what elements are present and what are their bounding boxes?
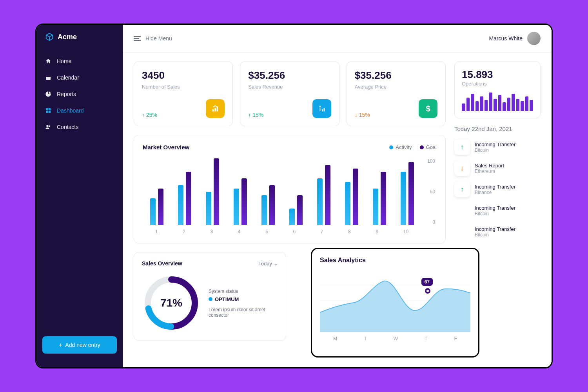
pie-icon <box>45 91 51 97</box>
arrow-up-icon <box>454 224 470 240</box>
dot-icon <box>420 145 424 149</box>
operations-card: 15.893 Operations <box>454 61 541 118</box>
chart-bars-icon <box>206 99 225 118</box>
dot-icon <box>389 145 393 149</box>
activity-list: ↑Incoming TransferBitcoin↓Sales ReportEt… <box>454 139 541 240</box>
trend-value: 25% <box>146 112 157 118</box>
card-value: $35.256 <box>248 69 331 82</box>
brand-name: Acme <box>58 33 77 41</box>
activity-item[interactable]: ↑Incoming TransferBinance <box>454 181 541 197</box>
presentation-icon <box>312 99 331 118</box>
nav-contacts[interactable]: Contacts <box>36 119 123 135</box>
trend-down: ↓15% <box>355 112 370 118</box>
sales-ov-title: Sales Overview <box>142 260 182 267</box>
plus-icon: + <box>59 342 62 348</box>
arrow-up-icon: ↑ <box>454 181 470 197</box>
user-menu[interactable]: Marcus White <box>489 32 541 45</box>
nav-home[interactable]: Home <box>36 53 123 69</box>
market-chart: 12345678910 <box>143 158 421 234</box>
svg-rect-2 <box>46 108 48 110</box>
area-chart: 67 MTWTF <box>320 269 470 344</box>
nav-reports[interactable]: Reports <box>36 86 123 102</box>
arrow-up-icon: ↑ <box>142 112 145 118</box>
nav-contacts-label: Contacts <box>57 124 78 130</box>
arrow-up-icon <box>454 203 470 218</box>
card-revenue: $35.256 Sales Revenue ↑15% <box>240 61 339 126</box>
nav-home-label: Home <box>57 58 71 64</box>
calendar-icon <box>45 74 51 81</box>
activity-item[interactable]: Incoming TransferBitcoin <box>454 203 541 218</box>
operations-label: Operations <box>462 81 533 87</box>
activity-item[interactable]: Incoming TransferBitcoin <box>454 224 541 240</box>
dollar-icon: $ <box>419 99 437 118</box>
activity-subtitle: Bitcoin <box>475 232 515 238</box>
svg-rect-4 <box>46 111 48 113</box>
user-name: Marcus White <box>489 35 523 42</box>
add-entry-button[interactable]: + Add new entry <box>42 336 117 354</box>
arrow-up-icon: ↑ <box>454 139 470 155</box>
trend-up: ↑25% <box>142 112 157 118</box>
donut-chart: 71% <box>142 274 201 332</box>
stat-cards: 3450 Number of Sales ↑25% $35.256 Sales … <box>134 61 446 126</box>
sales-analytics-popup: Sales Analytics 67 MTWTF <box>311 248 479 358</box>
activity-title: Incoming Transfer <box>475 142 515 147</box>
svg-rect-16 <box>322 109 323 112</box>
chart-tooltip: 67 <box>421 278 433 286</box>
svg-rect-3 <box>49 108 51 110</box>
card-label: Number of Sales <box>142 84 225 90</box>
card-avg-price: $35.256 Average Price ↓15% $ <box>347 61 446 126</box>
legend-goal: Goal <box>420 144 437 150</box>
topbar: Hide Menu Marcus White <box>123 25 552 53</box>
dot-icon <box>209 297 212 301</box>
status-text: OPTIMUM <box>215 296 239 302</box>
svg-rect-17 <box>323 108 325 111</box>
brand-logo: Acme <box>36 33 123 53</box>
hide-menu-label: Hide Menu <box>145 35 172 42</box>
activity-title: Incoming Transfer <box>475 226 515 232</box>
legend-label: Goal <box>426 144 437 150</box>
legend-activity: Activity <box>389 144 412 150</box>
nav-reports-label: Reports <box>57 91 76 97</box>
trend-value: 15% <box>359 112 370 118</box>
date-label: Today 22nd Jan, 2021 <box>454 125 541 132</box>
nav-calendar[interactable]: Calendar <box>36 69 123 86</box>
activity-item[interactable]: ↑Incoming TransferBitcoin <box>454 139 541 155</box>
card-label: Sales Revenue <box>248 84 331 90</box>
activity-subtitle: Bitcoin <box>475 147 515 153</box>
hide-menu-button[interactable]: Hide Menu <box>134 35 172 42</box>
trend-value: 15% <box>252 112 263 118</box>
dropdown-label: Today <box>258 261 272 267</box>
market-overview: Market Overview Activity Goal 1234567891… <box>134 135 446 243</box>
donut-percent: 71% <box>160 297 182 309</box>
users-icon <box>45 124 51 130</box>
svg-point-14 <box>319 106 321 107</box>
system-status-label: System status <box>209 289 278 294</box>
period-dropdown[interactable]: Today⌄ <box>258 261 278 267</box>
cube-icon <box>45 33 54 41</box>
activity-subtitle: Ethereum <box>475 169 504 174</box>
sales-info: System status OPTIMUM Lorem ipsum dolor … <box>209 289 278 318</box>
arrow-up-icon: ↑ <box>248 112 251 118</box>
legend-label: Activity <box>396 144 412 150</box>
status-badge: OPTIMUM <box>209 296 278 302</box>
market-title: Market Overview <box>143 144 189 151</box>
svg-point-7 <box>49 125 50 127</box>
arrow-down-icon: ↓ <box>355 112 358 118</box>
status-desc: Lorem ipsum dolor sit amet consectur <box>209 307 278 318</box>
avatar <box>527 32 541 45</box>
chart-legend: Activity Goal <box>389 144 437 150</box>
y-axis: 100500 <box>425 158 437 225</box>
nav-calendar-label: Calendar <box>57 74 79 81</box>
trend-up: ↑15% <box>248 112 263 118</box>
nav-dashboard[interactable]: Dashboard <box>36 102 123 119</box>
activity-subtitle: Bitcoin <box>475 211 515 216</box>
activity-item[interactable]: ↓Sales ReportEthereum <box>454 160 541 176</box>
svg-rect-1 <box>46 76 51 77</box>
chevron-down-icon: ⌄ <box>274 261 278 267</box>
chart-marker <box>425 288 430 294</box>
operations-chart <box>462 91 533 111</box>
operations-value: 15.893 <box>462 69 533 81</box>
svg-rect-11 <box>212 109 214 112</box>
card-value: 3450 <box>142 69 225 82</box>
app-window: Acme Home Calendar Reports Dashboard Con… <box>35 24 553 368</box>
